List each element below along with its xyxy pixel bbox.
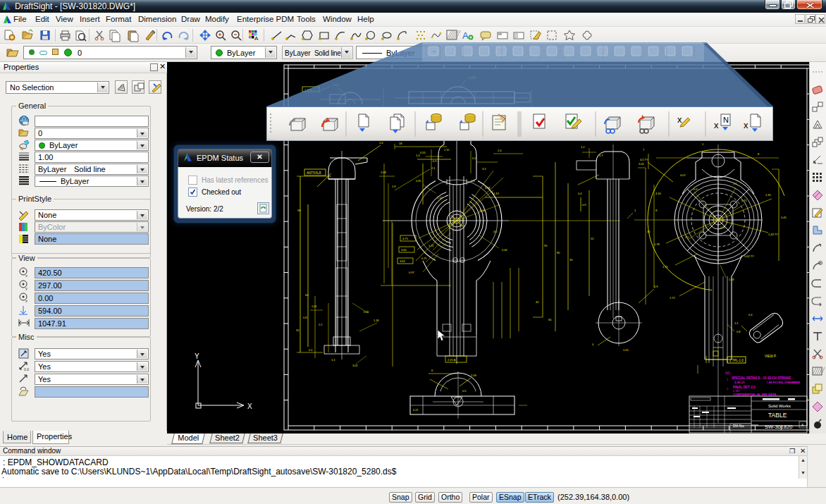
svg-text:0.45: 0.45 <box>781 216 787 219</box>
svg-text:2.2: 2.2 <box>319 324 322 326</box>
svg-text:4.30: 4.30 <box>655 192 662 195</box>
svg-text:30: 30 <box>569 258 573 262</box>
svg-text:6: 6 <box>431 369 433 372</box>
svg-text:1.25: 1.25 <box>429 245 433 247</box>
svg-text:98: 98 <box>297 209 301 212</box>
svg-text:52: 52 <box>591 237 594 240</box>
svg-text:N: N <box>723 116 729 124</box>
svg-text:1.72: 1.72 <box>670 296 676 300</box>
svg-text:90: 90 <box>544 244 548 247</box>
svg-text:2-TPL: 2-TPL <box>304 88 313 92</box>
svg-text:SPECIAL DETAILS - 12 03 CH STR: SPECIAL DETAILS - 12 03 CH STROKE <box>732 376 791 380</box>
svg-text:/ 49 FCI EQ CHAMBER: / 49 FCI EQ CHAMBER <box>767 381 801 384</box>
svg-text:0.72: 0.72 <box>741 199 746 202</box>
svg-text:3.62: 3.62 <box>400 259 406 263</box>
svg-text:0.2: 0.2 <box>472 157 476 160</box>
svg-text:x: x <box>744 120 748 130</box>
svg-text:0.1: 0.1 <box>309 348 313 352</box>
svg-text:1.58: 1.58 <box>471 374 477 377</box>
svg-text:2 TPL-1.0: 2 TPL-1.0 <box>729 359 744 362</box>
svg-text:0.9: 0.9 <box>694 188 697 191</box>
svg-text:0.97: 0.97 <box>409 271 415 274</box>
svg-text:Y: Y <box>195 352 199 360</box>
svg-text:2.25 A: 2.25 A <box>448 358 456 362</box>
svg-text:SW-301820: SW-301820 <box>765 424 792 430</box>
svg-text:x: x <box>677 114 682 125</box>
svg-text:1.15: 1.15 <box>444 149 449 152</box>
svg-text:18: 18 <box>399 142 402 145</box>
svg-text:1.43 TY: 1.43 TY <box>768 233 778 236</box>
svg-text:5.62 TY: 5.62 TY <box>744 254 754 258</box>
svg-text:3.3: 3.3 <box>482 168 486 171</box>
svg-text:0.83: 0.83 <box>333 83 339 87</box>
svg-text:1.02: 1.02 <box>312 305 316 308</box>
svg-text:1.75: 1.75 <box>662 265 669 269</box>
svg-text:Solid Works: Solid Works <box>768 404 791 408</box>
svg-text:0.75: 0.75 <box>421 257 426 260</box>
svg-text:1.4: 1.4 <box>379 141 383 145</box>
svg-text:A: A <box>801 423 804 427</box>
svg-text:8: 8 <box>655 209 658 212</box>
svg-text:0.8: 0.8 <box>471 180 474 183</box>
svg-text:ANTXXLR: ANTXXLR <box>307 171 322 175</box>
svg-text:1.9: 1.9 <box>392 185 396 188</box>
svg-text:2.1: 2.1 <box>431 166 436 170</box>
svg-text:1: 1 <box>702 142 704 146</box>
svg-text:1.005: 1.005 <box>468 76 476 80</box>
svg-text:0.3: 0.3 <box>433 160 436 163</box>
svg-text:x: x <box>714 120 719 130</box>
svg-text:0.4: 0.4 <box>748 313 753 316</box>
svg-text:0.35: 0.35 <box>364 311 369 314</box>
svg-text:0: 0 <box>592 343 594 346</box>
svg-text:A: A <box>462 30 469 41</box>
svg-text:30: 30 <box>296 328 300 332</box>
svg-text:2.1: 2.1 <box>734 321 739 325</box>
svg-text:1: 1 <box>634 209 636 212</box>
svg-text:4.5 TY: 4.5 TY <box>640 158 648 161</box>
svg-text:0.7: 0.7 <box>599 154 603 157</box>
svg-text:1: 1 <box>727 378 729 381</box>
svg-text:80: 80 <box>557 251 560 254</box>
svg-text:0.55: 0.55 <box>420 151 426 154</box>
svg-text:2.5: 2.5 <box>685 236 689 239</box>
svg-text:2.02: 2.02 <box>720 226 725 229</box>
svg-text:0.5: 0.5 <box>462 389 467 393</box>
svg-text:1.1: 1.1 <box>331 358 335 362</box>
svg-text:CONFIDENTIAL AL MID DATA: CONFIDENTIAL AL MID DATA <box>733 393 777 396</box>
svg-text:TABLE: TABLE <box>768 412 787 419</box>
svg-text:2.08: 2.08 <box>381 171 387 174</box>
svg-text:VIEW P: VIEW P <box>765 355 776 358</box>
svg-text:8: 8 <box>758 152 760 156</box>
svg-text:3.02: 3.02 <box>352 364 357 367</box>
svg-text:0.4: 0.4 <box>578 192 582 195</box>
svg-text:0.22: 0.22 <box>413 409 418 412</box>
svg-text:64: 64 <box>305 293 309 297</box>
svg-text:1.35: 1.35 <box>765 193 772 197</box>
svg-text:4.75: 4.75 <box>402 237 409 240</box>
svg-text:A: A <box>254 35 259 42</box>
svg-text:7: 7 <box>643 148 645 152</box>
svg-text:0.8: 0.8 <box>303 316 307 319</box>
svg-text:0.9: 0.9 <box>582 203 586 207</box>
svg-text:0.8: 0.8 <box>736 330 741 333</box>
svg-text:2.4: 2.4 <box>498 149 502 152</box>
svg-text:0.58: 0.58 <box>485 187 490 190</box>
svg-text:1.18: 1.18 <box>374 319 378 322</box>
svg-text:DM Abs: DM Abs <box>733 424 745 428</box>
svg-text:1.1: 1.1 <box>733 183 736 185</box>
svg-text:2.05 #1: 2.05 #1 <box>734 381 745 384</box>
svg-text:3.60: 3.60 <box>401 248 407 252</box>
svg-text:X: X <box>247 402 252 410</box>
svg-text:0.65: 0.65 <box>416 180 421 183</box>
svg-text:1.05: 1.05 <box>623 348 629 352</box>
svg-text:2: 2 <box>727 387 729 391</box>
svg-text:0.44: 0.44 <box>502 249 507 252</box>
svg-text:4.07: 4.07 <box>680 173 686 177</box>
svg-text:0.5: 0.5 <box>493 230 498 233</box>
svg-text:0.9: 0.9 <box>654 285 658 288</box>
svg-text:1.78: 1.78 <box>654 242 660 246</box>
svg-text:1.2: 1.2 <box>581 145 585 149</box>
svg-text:45: 45 <box>647 230 651 233</box>
svg-text:60: 60 <box>548 318 552 321</box>
svg-text:1.13: 1.13 <box>437 197 442 199</box>
